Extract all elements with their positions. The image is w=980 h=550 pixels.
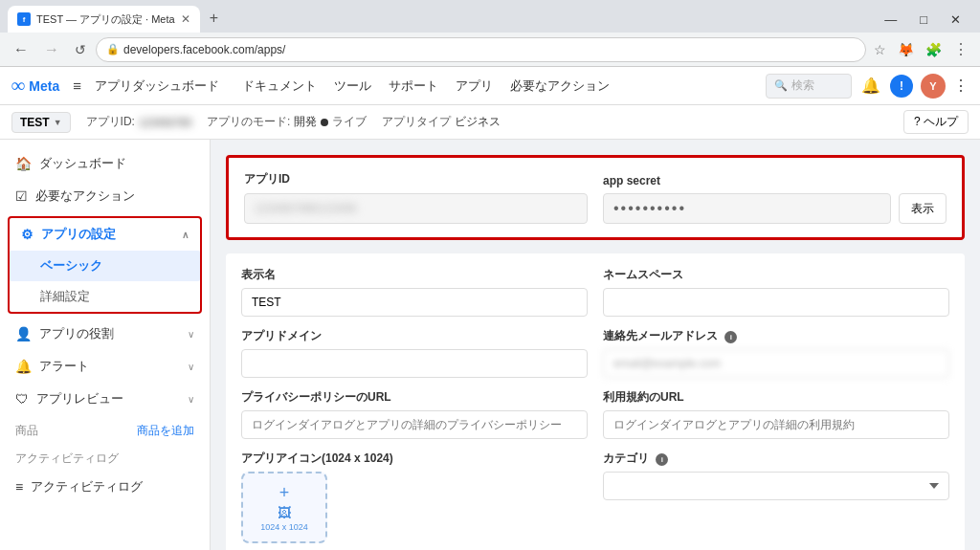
avatar-initial: Y (929, 80, 936, 92)
header-right: 🔍 検索 🔔 ! Y ⋮ (766, 74, 969, 99)
privacy-policy-input[interactable] (241, 410, 588, 439)
sidebar-advanced-label: 詳細設定 (40, 289, 90, 303)
form-row-2: アプリドメイン 連絡先メールアドレス i (241, 328, 949, 378)
nav-tools[interactable]: ツール (334, 77, 371, 95)
browser-toolbar: ← → ↺ 🔒 developers.facebook.com/apps/ ☆ … (0, 33, 980, 67)
nav-apps[interactable]: アプリ (456, 77, 493, 95)
address-bar[interactable]: 🔒 developers.facebook.com/apps/ (96, 37, 866, 62)
search-placeholder: 検索 (791, 77, 814, 94)
nav-docs[interactable]: ドキュメント (242, 77, 317, 95)
sidebar-review-label: アプリレビュー (36, 390, 123, 407)
form-row-4: アプリアイコン(1024 x 1024) + 🖼 1024 x 1024 カテゴ… (241, 451, 949, 543)
sidebar-item-review[interactable]: 🛡 アプリレビュー ∨ (0, 383, 210, 415)
contact-email-input[interactable] (603, 349, 949, 378)
app-id-input-display[interactable]: 1234567890123456 (244, 193, 588, 224)
notification-button[interactable]: 🔔 (859, 75, 882, 97)
tab-favicon: f (17, 12, 31, 26)
category-info-icon[interactable]: i (656, 453, 668, 466)
reload-button[interactable]: ↺ (69, 38, 92, 61)
app-icon-upload[interactable]: + 🖼 1024 x 1024 (241, 472, 327, 543)
sidebar-item-alerts[interactable]: 🔔 アラート ∨ (0, 350, 210, 383)
app-id-label: アプリID: (86, 114, 135, 130)
help-header-button[interactable]: ! (890, 75, 913, 98)
profile-button[interactable]: 🦊 (894, 38, 918, 61)
main-content: アプリID 1234567890123456 app secret ••••••… (211, 140, 980, 550)
sidebar-item-dashboard[interactable]: 🏠 ダッシュボード (0, 147, 210, 180)
sidebar-item-actions[interactable]: ☑ 必要なアクション (0, 180, 210, 212)
dashboard-label: アプリダッシュボード (95, 77, 219, 95)
avatar[interactable]: Y (921, 74, 946, 99)
forward-button[interactable]: → (38, 37, 65, 62)
app-type-info: アプリタイプ ビジネス (382, 114, 501, 130)
contact-email-label: 連絡先メールアドレス i (603, 328, 949, 344)
search-icon: 🔍 (774, 79, 788, 92)
app-secret-input-row: •••••••••• 表示 (603, 193, 947, 224)
app-mode-info: アプリのモード: 開発 ライブ (207, 114, 367, 130)
maximize-button[interactable]: □ (908, 11, 939, 29)
more-button[interactable]: ⋮ (949, 36, 972, 62)
extensions-button[interactable]: 🧩 (922, 38, 946, 61)
app-wrapper: ∞ Meta ≡ アプリダッシュボード ドキュメント ツール サポート アプリ … (0, 67, 980, 550)
minimize-button[interactable]: — (873, 11, 908, 29)
app-selector-name: TEST (20, 116, 50, 129)
upload-size-text: 1024 x 1024 (260, 522, 308, 532)
back-button[interactable]: ← (8, 37, 34, 62)
close-window-button[interactable]: ✕ (939, 11, 972, 29)
sub-header: TEST ▼ アプリID: 123456789 アプリのモード: 開発 ライブ … (0, 105, 980, 140)
sidebar-item-settings[interactable]: ⚙ アプリの設定 ∧ (10, 218, 200, 251)
window-controls: — □ ✕ (873, 11, 972, 29)
sidebar-item-basic[interactable]: ベーシック (10, 251, 200, 281)
header-nav: ドキュメント ツール サポート アプリ 必要なアクション (242, 77, 610, 95)
live-label[interactable]: ライブ (332, 114, 367, 130)
nav-support[interactable]: サポート (389, 77, 438, 95)
help-button[interactable]: ? ヘルプ (903, 110, 969, 134)
app-mode-value: 開発 (294, 114, 317, 130)
sidebar-settings-label: アプリの設定 (41, 226, 116, 243)
sub-header-right: ? ヘルプ (903, 110, 969, 134)
contact-email-field: 連絡先メールアドレス i (603, 328, 949, 378)
app-id-field-label: アプリID (244, 171, 588, 187)
roles-icon: 👤 (15, 326, 32, 341)
alerts-icon: 🔔 (15, 359, 32, 374)
contact-email-info-icon[interactable]: i (724, 331, 737, 343)
category-field: カテゴリ i (603, 451, 949, 543)
header-search-box[interactable]: 🔍 検索 (766, 74, 852, 99)
app-secret-input-display[interactable]: •••••••••• (603, 193, 891, 224)
dashboard-icon: 🏠 (15, 156, 32, 171)
more-header-button[interactable]: ⋮ (953, 77, 969, 95)
category-label-text: カテゴリ (603, 451, 649, 465)
review-chevron-icon: ∨ (188, 394, 194, 405)
actions-icon: ☑ (15, 188, 28, 204)
sidebar-item-roles[interactable]: 👤 アプリの役割 ∨ (0, 318, 210, 350)
app-secret-field: app secret •••••••••• 表示 (603, 174, 947, 224)
app-domain-input[interactable] (241, 349, 588, 378)
sidebar-products-row: 商品 商品を追加 (0, 415, 210, 447)
contact-email-label-text: 連絡先メールアドレス (603, 329, 718, 342)
terms-field: 利用規約のURL (603, 389, 949, 439)
sidebar-item-advanced[interactable]: 詳細設定 (10, 281, 200, 312)
upload-plus-icon: + (279, 483, 290, 503)
form-row-3: プライバシーポリシーのURL 利用規約のURL (241, 389, 949, 439)
nav-actions[interactable]: 必要なアクション (510, 77, 610, 95)
display-name-input[interactable] (241, 288, 588, 317)
app-selector[interactable]: TEST ▼ (11, 112, 71, 133)
tab-close-icon[interactable]: ✕ (181, 12, 190, 26)
show-secret-button[interactable]: 表示 (899, 193, 947, 224)
bookmark-button[interactable]: ☆ (870, 38, 890, 61)
settings-chevron-icon: ∧ (182, 230, 189, 240)
review-icon: 🛡 (15, 391, 29, 407)
namespace-input[interactable] (603, 288, 949, 317)
terms-input[interactable] (603, 410, 949, 439)
main-body: 🏠 ダッシュボード ☑ 必要なアクション ⚙ アプリの設定 ∧ (0, 140, 980, 550)
browser-tab-active[interactable]: f TEST — アプリの設定 · Meta ✕ (8, 6, 200, 33)
menu-toggle-button[interactable]: ≡ (67, 76, 87, 96)
app-id-field: アプリID 1234567890123456 (244, 171, 588, 224)
new-tab-button[interactable]: + (200, 6, 228, 31)
app-domain-label: アプリドメイン (241, 328, 588, 344)
alerts-chevron-icon: ∨ (188, 362, 194, 372)
app-secret-field-label: app secret (603, 174, 947, 187)
sidebar-item-activity[interactable]: ≡ アクティビティログ (0, 471, 210, 503)
add-products-link[interactable]: 商品を追加 (137, 423, 194, 439)
category-select[interactable] (603, 472, 949, 500)
app-id-value: 123456789 (139, 117, 191, 128)
